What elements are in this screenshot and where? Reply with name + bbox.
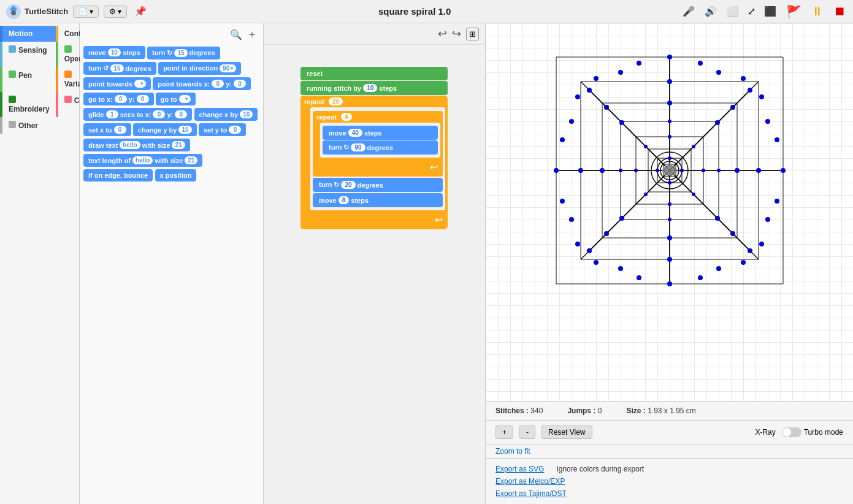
category-motion[interactable]: Motion [0,26,56,42]
redo-button[interactable]: ↪ [452,27,461,40]
export-tajima-link[interactable]: Export as Tajima/DST [495,489,567,498]
main-layout: Motion Control Sensing Operators Pen Var… [0,23,853,504]
repeat-outer-body: repeat 4 move 40 steps turn ↻ 90 degrees [310,107,445,210]
pause-button[interactable]: ⏸ [809,3,826,20]
zoom-to-fit-button[interactable]: Zoom to fit [495,447,530,456]
block-set-x[interactable]: set x to 0 [83,123,131,136]
svg-point-62 [644,193,648,196]
block-point-towards[interactable]: point towards [83,77,151,90]
stop-button[interactable]: ⏹ [831,3,848,20]
svg-point-17 [667,55,672,59]
svg-point-39 [569,119,574,124]
svg-point-38 [569,217,574,222]
block-if-edge[interactable]: if on edge, bounce [83,169,153,181]
block-turn-cw[interactable]: turn ↻ 15 degrees [147,47,220,59]
block-text-length[interactable]: text length of hello with size 21 [83,154,202,167]
export-svg-link[interactable]: Export as SVG [495,465,544,473]
svg-point-44 [698,275,703,280]
svg-point-54 [594,76,599,81]
block-change-x[interactable]: change x by 10 [194,108,258,121]
fullscreen-button[interactable]: ⬛ [762,4,779,18]
svg-point-12 [748,248,752,253]
category-pen[interactable]: Pen [0,67,56,92]
export-row-3: Export as Tajima/DST [495,489,843,498]
topbar: TurtleStitch 📄 ▾ ⚙ ▾ 📌 square spiral 1.0… [0,0,853,23]
svg-point-28 [715,216,720,221]
svg-point-29 [667,235,672,240]
block-repeat-inner[interactable]: repeat 4 move 40 steps turn ↻ 90 degrees [313,111,443,177]
block-move[interactable]: move 10 steps [83,46,145,59]
export-row-2: Export as Melco/EXP [495,477,843,486]
green-flag-button[interactable]: 🚩 [784,3,804,20]
project-title: square spiral 1.0 [154,6,675,17]
turbo-switch[interactable] [782,427,801,437]
size-info: Size : 1.93 x 1.95 cm [626,407,695,415]
svg-point-30 [619,216,624,221]
block-point-towards-xy[interactable]: point towards x: 0 y: 0 [153,77,251,90]
pin-button[interactable]: 📌 [132,4,149,18]
stitches-info: Stitches : 340 [495,407,543,415]
svg-point-34 [715,120,720,125]
file-button[interactable]: 📄 ▾ [73,6,99,18]
expand-view-button[interactable]: ⤢ [745,4,758,18]
svg-point-52 [594,260,599,265]
block-turn-90[interactable]: turn ↻ 90 degrees [323,140,438,155]
normal-view-button[interactable]: ⬜ [724,4,741,18]
script-area[interactable]: ↩ ↪ ⊞ reset running stitch by 10 steps r… [264,23,485,504]
search-button[interactable]: 🔍 [230,28,242,41]
block-reset[interactable]: reset [300,67,448,80]
svg-point-59 [702,169,705,172]
block-move-8[interactable]: move 8 steps [313,193,443,207]
speaker-button[interactable]: 🔊 [702,4,719,18]
block-go-to[interactable]: go to [156,93,196,105]
svg-point-72 [668,218,671,221]
embroidery-svg [504,29,835,311]
block-go-to-xy[interactable]: go to x: 0 y: 0 [83,93,154,105]
repeat-inner-body: move 40 steps turn ↻ 90 degrees [320,123,440,158]
category-sensing[interactable]: Sensing [0,42,56,67]
svg-point-24 [604,105,609,110]
blocks-header: 🔍 ＋ [83,28,259,41]
svg-point-18 [748,88,752,93]
svg-point-50 [775,137,779,142]
turbo-toggle[interactable]: Turbo mode [782,427,843,437]
category-embroidery[interactable]: Embroidery [0,92,56,117]
svg-point-41 [716,70,721,75]
add-button[interactable]: ＋ [247,28,257,41]
script-stack: reset running stitch by 10 steps repeat … [300,66,448,230]
block-move-40[interactable]: move 40 steps [323,126,438,140]
block-turn-20[interactable]: turn ↻ 20 degrees [313,178,443,192]
block-glide[interactable]: glide 1 secs to x: 0 y: 0 [83,108,192,121]
svg-point-26 [730,105,735,110]
svg-point-76 [667,163,672,168]
zoom-minus-button[interactable]: - [519,426,535,439]
reset-view-button[interactable]: Reset View [541,426,592,439]
svg-point-27 [735,168,740,173]
grid-button[interactable]: ⊞ [466,28,479,40]
block-change-y[interactable]: change y by 10 [133,123,197,136]
gear-arrow: ▾ [118,7,121,16]
block-running-stitch[interactable]: running stitch by 10 steps [300,81,448,95]
svg-point-55 [759,242,764,246]
block-point-direction[interactable]: point in direction 90 [158,62,241,75]
export-melco-link[interactable]: Export as Melco/EXP [495,477,565,486]
block-turn-ccw[interactable]: turn ↺ 15 degrees [83,62,156,75]
logo-text: TurtleStitch [25,7,68,16]
settings-button[interactable]: ⚙ ▾ [104,6,127,18]
svg-point-58 [575,94,580,99]
svg-point-11 [781,168,786,173]
mic-button[interactable]: 🎤 [680,4,697,18]
category-other[interactable]: Other [0,117,56,134]
svg-point-15 [554,168,559,173]
zoom-plus-button[interactable]: + [495,426,513,439]
svg-point-19 [756,168,761,173]
embroidery-canvas [486,23,853,401]
block-draw-text[interactable]: draw text hello with size 21 [83,139,190,151]
svg-point-73 [619,169,622,172]
file-icon: 📄 [78,7,88,16]
block-set-y[interactable]: set y to 0 [199,123,247,136]
block-x-position[interactable]: x position [155,169,197,181]
block-repeat-outer[interactable]: repeat 20 repeat 4 move 40 steps [300,96,448,229]
undo-button[interactable]: ↩ [438,27,447,40]
svg-point-20 [730,231,735,236]
